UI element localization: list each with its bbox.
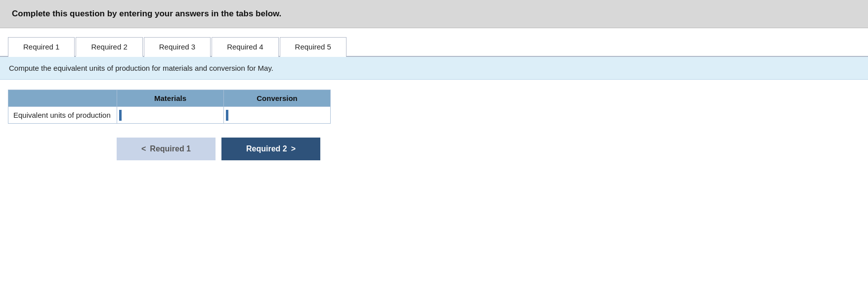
production-table: Materials Conversion Equivalent units of… bbox=[8, 90, 331, 124]
table-header-empty bbox=[8, 90, 117, 107]
table-header-materials: Materials bbox=[117, 90, 224, 107]
main-content: Materials Conversion Equivalent units of… bbox=[0, 80, 868, 170]
tab-required-4[interactable]: Required 4 bbox=[212, 37, 278, 57]
next-icon: > bbox=[291, 144, 296, 153]
materials-input-cell[interactable] bbox=[117, 107, 224, 124]
nav-buttons: < Required 1 Required 2 > bbox=[117, 138, 860, 160]
prev-button-label: Required 1 bbox=[150, 144, 191, 153]
conversion-input[interactable] bbox=[230, 108, 328, 122]
conversion-input-cell[interactable] bbox=[224, 107, 331, 124]
header-bar: Complete this question by entering your … bbox=[0, 0, 868, 28]
prev-icon: < bbox=[141, 144, 146, 153]
instruction-text: Compute the equivalent units of producti… bbox=[9, 64, 273, 72]
tab-required-5[interactable]: Required 5 bbox=[280, 37, 347, 57]
tabs-row: Required 1 Required 2 Required 3 Require… bbox=[0, 28, 868, 57]
tab-required-3[interactable]: Required 3 bbox=[144, 37, 211, 57]
row-label-equiv-units: Equivalent units of production bbox=[8, 107, 117, 124]
instruction-bar: Compute the equivalent units of producti… bbox=[0, 57, 868, 80]
next-button-label: Required 2 bbox=[246, 144, 287, 153]
next-button[interactable]: Required 2 > bbox=[221, 138, 320, 160]
prev-button[interactable]: < Required 1 bbox=[117, 138, 216, 160]
table-row: Equivalent units of production bbox=[8, 107, 331, 124]
page-instruction: Complete this question by entering your … bbox=[12, 9, 856, 19]
tab-required-1[interactable]: Required 1 bbox=[8, 37, 75, 57]
tab-required-2[interactable]: Required 2 bbox=[76, 37, 142, 57]
table-header-conversion: Conversion bbox=[224, 90, 331, 107]
materials-input[interactable] bbox=[124, 108, 221, 122]
